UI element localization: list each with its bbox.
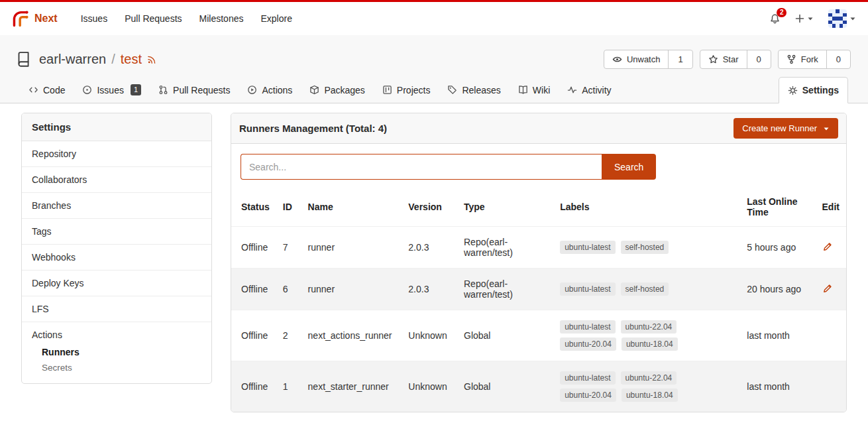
home-link[interactable]: Next	[12, 10, 58, 28]
runner-label: ubuntu-22.04	[621, 320, 677, 334]
column-header-labels: Labels	[553, 188, 740, 227]
top-navbar: Next IssuesPull RequestsMilestonesExplor…	[0, 2, 868, 35]
runners-table-body: Offline7runner2.0.3Repo(earl-warren/test…	[231, 227, 846, 412]
sidebar-subitem-secrets[interactable]: Secrets	[42, 360, 201, 375]
chevron-down-icon	[807, 15, 814, 22]
navbar-link-explore[interactable]: Explore	[252, 13, 300, 24]
watchers-count[interactable]: 1	[668, 50, 692, 68]
project-icon	[382, 85, 392, 95]
sidebar-item-lfs[interactable]: LFS	[22, 296, 211, 322]
runner-type: Global	[457, 361, 553, 412]
star-button-group: Star 0	[700, 50, 771, 69]
runner-last-online: 5 hours ago	[740, 227, 815, 269]
tab-label: Actions	[262, 85, 292, 95]
column-header-last-online-time: Last Online Time	[740, 188, 815, 227]
navbar-link-issues[interactable]: Issues	[72, 13, 116, 24]
tab-actions[interactable]: Actions	[239, 77, 301, 103]
package-icon	[309, 85, 319, 95]
star-button[interactable]: Star	[700, 50, 747, 68]
tab-label: Issues	[97, 85, 123, 95]
column-header-status: Status	[231, 188, 276, 227]
plus-icon	[795, 14, 804, 23]
content-area: Settings RepositoryCollaboratorsBranches…	[0, 103, 868, 412]
issues-count-badge: 1	[131, 84, 141, 95]
tab-label: Code	[43, 85, 65, 95]
sidebar-item-deploy-keys[interactable]: Deploy Keys	[22, 271, 211, 296]
runner-status: Offline	[231, 269, 276, 310]
navbar-link-pull-requests[interactable]: Pull Requests	[116, 13, 190, 24]
chevron-down-icon	[823, 125, 830, 132]
edit-runner-button[interactable]	[822, 283, 833, 294]
runner-status: Offline	[231, 227, 276, 269]
runner-last-online: last month	[740, 361, 815, 412]
sidebar-item-branches[interactable]: Branches	[22, 193, 211, 219]
search-button[interactable]: Search	[602, 154, 656, 180]
tab-activity[interactable]: Activity	[559, 77, 620, 103]
settings-sidebar: Settings RepositoryCollaboratorsBranches…	[21, 113, 212, 384]
fork-button[interactable]: Fork	[779, 50, 826, 68]
tab-label: Pull Requests	[173, 85, 230, 95]
fork-label: Fork	[801, 54, 818, 64]
runner-id: 7	[276, 227, 301, 269]
table-header-row: StatusIDNameVersionTypeLabelsLast Online…	[231, 188, 846, 227]
repo-tab-bar: CodeIssues1Pull RequestsActionsPackagesP…	[0, 77, 868, 103]
repo-separator: /	[111, 52, 115, 67]
runner-type: Repo(earl-warren/test)	[457, 269, 553, 310]
unwatch-button[interactable]: Unwatch	[604, 50, 669, 68]
sidebar-item-tags[interactable]: Tags	[22, 219, 211, 245]
stars-count[interactable]: 0	[747, 50, 771, 68]
rss-feed-icon[interactable]	[147, 54, 157, 64]
issue-icon	[82, 85, 92, 95]
tab-projects[interactable]: Projects	[374, 77, 439, 103]
sidebar-subitem-runners[interactable]: Runners	[42, 344, 201, 360]
play-icon	[247, 85, 257, 95]
tab-issues[interactable]: Issues1	[74, 77, 150, 103]
runner-name: runner	[301, 269, 402, 310]
column-header-type: Type	[457, 188, 553, 227]
tab-wiki[interactable]: Wiki	[510, 77, 559, 103]
forks-count[interactable]: 0	[826, 50, 850, 68]
user-menu-button[interactable]	[828, 9, 856, 28]
runner-labels: ubuntu-latestubuntu-22.04ubuntu-20.04ubu…	[553, 310, 740, 361]
notification-count-badge: 2	[777, 8, 787, 17]
pulse-icon	[567, 85, 577, 95]
create-runner-button[interactable]: Create new Runner	[733, 118, 838, 139]
sidebar-subitems: RunnersSecrets	[32, 340, 201, 378]
tab-settings[interactable]: Settings	[779, 77, 848, 103]
gear-icon	[788, 86, 798, 95]
column-header-name: Name	[301, 188, 402, 227]
search-input[interactable]	[241, 154, 602, 180]
navbar-links: IssuesPull RequestsMilestonesExplore	[72, 13, 301, 24]
tab-pull-requests[interactable]: Pull Requests	[150, 77, 239, 103]
runner-last-online: 20 hours ago	[740, 269, 815, 310]
create-menu-button[interactable]	[795, 14, 814, 23]
repo-owner-link[interactable]: earl-warren	[39, 52, 106, 67]
sidebar-item-repository[interactable]: Repository	[22, 141, 211, 167]
sidebar-item-webhooks[interactable]: Webhooks	[22, 245, 211, 271]
runner-type: Global	[457, 310, 553, 361]
panel-header: Runners Management (Total: 4) Create new…	[231, 113, 846, 144]
sidebar-item-actions[interactable]: Actions RunnersSecrets	[22, 322, 211, 383]
notifications-button[interactable]: 2	[769, 13, 781, 25]
column-header-id: ID	[276, 188, 301, 227]
runner-label: self-hosted	[621, 241, 669, 254]
runner-last-online: last month	[740, 310, 815, 361]
runner-id: 2	[276, 310, 301, 361]
runner-id: 1	[276, 361, 301, 412]
runner-row: Offline1next_starter_runnerUnknownGlobal…	[231, 361, 846, 412]
watch-button-group: Unwatch 1	[604, 50, 693, 69]
runner-id: 6	[276, 269, 301, 310]
navbar-right: 2	[769, 9, 856, 28]
navbar-link-milestones[interactable]: Milestones	[191, 13, 252, 24]
runner-version: Unknown	[402, 310, 457, 361]
edit-runner-button[interactable]	[822, 241, 833, 252]
runners-table: StatusIDNameVersionTypeLabelsLast Online…	[231, 188, 846, 412]
tab-packages[interactable]: Packages	[301, 77, 373, 103]
repo-name-link[interactable]: test	[121, 52, 142, 67]
tab-releases[interactable]: Releases	[439, 77, 509, 103]
tab-code[interactable]: Code	[20, 77, 74, 103]
search-bar: Search	[231, 144, 846, 188]
sidebar-item-collaborators[interactable]: Collaborators	[22, 167, 211, 193]
sidebar-item-label: Actions	[32, 330, 62, 340]
fork-icon	[787, 54, 796, 64]
